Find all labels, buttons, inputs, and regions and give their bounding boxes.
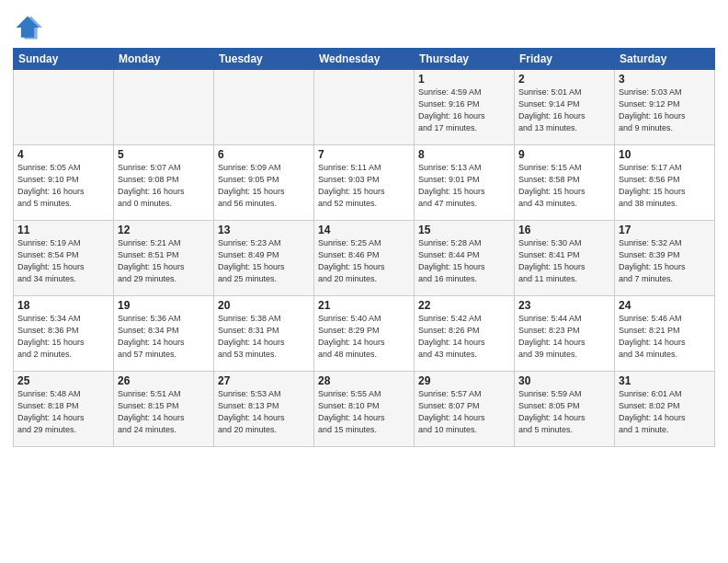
calendar-header-row: SundayMondayTuesdayWednesdayThursdayFrid… [14,49,715,70]
day-info: Sunrise: 5:59 AM Sunset: 8:05 PM Dayligh… [518,388,610,436]
day-cell: 14Sunrise: 5:25 AM Sunset: 8:46 PM Dayli… [314,221,415,296]
day-number: 19 [118,299,210,312]
day-number: 26 [118,374,210,387]
day-info: Sunrise: 5:07 AM Sunset: 9:08 PM Dayligh… [118,162,210,210]
logo [13,13,46,42]
day-number: 16 [518,224,610,236]
day-number: 30 [518,374,610,387]
day-cell: 15Sunrise: 5:28 AM Sunset: 8:44 PM Dayli… [415,221,515,296]
day-cell: 10Sunrise: 5:17 AM Sunset: 8:56 PM Dayli… [615,145,715,221]
day-cell: 11Sunrise: 5:19 AM Sunset: 8:54 PM Dayli… [14,221,114,296]
day-number: 9 [518,148,610,161]
day-info: Sunrise: 5:30 AM Sunset: 8:41 PM Dayligh… [518,237,610,285]
day-info: Sunrise: 5:28 AM Sunset: 8:44 PM Dayligh… [418,237,510,285]
day-number: 28 [318,374,410,387]
col-header-monday: Monday [114,49,214,70]
day-number: 11 [17,224,109,236]
day-number: 2 [518,73,610,86]
day-number: 12 [118,224,210,236]
col-header-wednesday: Wednesday [314,49,415,70]
day-info: Sunrise: 5:48 AM Sunset: 8:18 PM Dayligh… [17,388,109,436]
day-number: 3 [619,73,711,86]
day-number: 29 [418,374,510,387]
day-cell: 28Sunrise: 5:55 AM Sunset: 8:10 PM Dayli… [314,372,415,447]
day-info: Sunrise: 5:05 AM Sunset: 9:10 PM Dayligh… [17,162,109,210]
col-header-saturday: Saturday [615,49,715,70]
day-info: Sunrise: 5:19 AM Sunset: 8:54 PM Dayligh… [17,237,109,285]
day-number: 17 [619,224,711,236]
day-cell: 27Sunrise: 5:53 AM Sunset: 8:13 PM Dayli… [214,372,314,447]
day-info: Sunrise: 5:46 AM Sunset: 8:21 PM Dayligh… [619,313,711,361]
day-info: Sunrise: 5:03 AM Sunset: 9:12 PM Dayligh… [619,86,711,134]
day-number: 18 [17,299,109,312]
day-number: 1 [418,73,510,86]
day-number: 23 [518,299,610,312]
day-info: Sunrise: 5:23 AM Sunset: 8:49 PM Dayligh… [218,237,310,285]
day-info: Sunrise: 5:55 AM Sunset: 8:10 PM Dayligh… [318,388,410,436]
day-info: Sunrise: 5:57 AM Sunset: 8:07 PM Dayligh… [418,388,510,436]
day-cell: 7Sunrise: 5:11 AM Sunset: 9:03 PM Daylig… [314,145,415,221]
day-info: Sunrise: 5:36 AM Sunset: 8:34 PM Dayligh… [118,313,210,361]
day-info: Sunrise: 5:34 AM Sunset: 8:36 PM Dayligh… [17,313,109,361]
day-cell: 30Sunrise: 5:59 AM Sunset: 8:05 PM Dayli… [515,372,615,447]
day-cell: 5Sunrise: 5:07 AM Sunset: 9:08 PM Daylig… [114,145,214,221]
day-cell: 20Sunrise: 5:38 AM Sunset: 8:31 PM Dayli… [214,296,314,372]
day-info: Sunrise: 5:53 AM Sunset: 8:13 PM Dayligh… [218,388,310,436]
day-info: Sunrise: 6:01 AM Sunset: 8:02 PM Dayligh… [619,388,711,436]
day-number: 25 [17,374,109,387]
col-header-friday: Friday [515,49,615,70]
day-cell: 25Sunrise: 5:48 AM Sunset: 8:18 PM Dayli… [14,372,114,447]
day-info: Sunrise: 5:38 AM Sunset: 8:31 PM Dayligh… [218,313,310,361]
week-row-3: 11Sunrise: 5:19 AM Sunset: 8:54 PM Dayli… [14,221,715,296]
day-cell: 24Sunrise: 5:46 AM Sunset: 8:21 PM Dayli… [615,296,715,372]
day-cell [314,70,415,145]
day-cell: 23Sunrise: 5:44 AM Sunset: 8:23 PM Dayli… [515,296,615,372]
day-cell: 3Sunrise: 5:03 AM Sunset: 9:12 PM Daylig… [615,70,715,145]
day-info: Sunrise: 5:25 AM Sunset: 8:46 PM Dayligh… [318,237,410,285]
day-number: 6 [218,148,310,161]
day-info: Sunrise: 5:51 AM Sunset: 8:15 PM Dayligh… [118,388,210,436]
day-number: 20 [218,299,310,312]
week-row-2: 4Sunrise: 5:05 AM Sunset: 9:10 PM Daylig… [14,145,715,221]
page-container: SundayMondayTuesdayWednesdayThursdayFrid… [0,0,728,454]
day-cell: 16Sunrise: 5:30 AM Sunset: 8:41 PM Dayli… [515,221,615,296]
header [13,9,715,42]
day-cell: 6Sunrise: 5:09 AM Sunset: 9:05 PM Daylig… [214,145,314,221]
day-cell [14,70,114,145]
week-row-4: 18Sunrise: 5:34 AM Sunset: 8:36 PM Dayli… [14,296,715,372]
day-info: Sunrise: 5:15 AM Sunset: 8:58 PM Dayligh… [518,162,610,210]
day-number: 7 [318,148,410,161]
day-info: Sunrise: 5:44 AM Sunset: 8:23 PM Dayligh… [518,313,610,361]
day-cell: 13Sunrise: 5:23 AM Sunset: 8:49 PM Dayli… [214,221,314,296]
day-number: 5 [118,148,210,161]
day-cell: 29Sunrise: 5:57 AM Sunset: 8:07 PM Dayli… [415,372,515,447]
day-number: 22 [418,299,510,312]
day-cell [214,70,314,145]
col-header-sunday: Sunday [14,49,114,70]
day-number: 13 [218,224,310,236]
day-number: 10 [619,148,711,161]
day-cell: 17Sunrise: 5:32 AM Sunset: 8:39 PM Dayli… [615,221,715,296]
day-number: 8 [418,148,510,161]
day-number: 21 [318,299,410,312]
day-cell: 21Sunrise: 5:40 AM Sunset: 8:29 PM Dayli… [314,296,415,372]
week-row-5: 25Sunrise: 5:48 AM Sunset: 8:18 PM Dayli… [14,372,715,447]
day-cell: 31Sunrise: 6:01 AM Sunset: 8:02 PM Dayli… [615,372,715,447]
day-cell [114,70,214,145]
day-cell: 1Sunrise: 4:59 AM Sunset: 9:16 PM Daylig… [415,70,515,145]
day-cell: 26Sunrise: 5:51 AM Sunset: 8:15 PM Dayli… [114,372,214,447]
day-cell: 9Sunrise: 5:15 AM Sunset: 8:58 PM Daylig… [515,145,615,221]
day-cell: 22Sunrise: 5:42 AM Sunset: 8:26 PM Dayli… [415,296,515,372]
week-row-1: 1Sunrise: 4:59 AM Sunset: 9:16 PM Daylig… [14,70,715,145]
col-header-thursday: Thursday [415,49,515,70]
day-cell: 4Sunrise: 5:05 AM Sunset: 9:10 PM Daylig… [14,145,114,221]
day-number: 31 [619,374,711,387]
day-number: 24 [619,299,711,312]
day-number: 15 [418,224,510,236]
day-info: Sunrise: 5:09 AM Sunset: 9:05 PM Dayligh… [218,162,310,210]
day-info: Sunrise: 5:21 AM Sunset: 8:51 PM Dayligh… [118,237,210,285]
day-cell: 8Sunrise: 5:13 AM Sunset: 9:01 PM Daylig… [415,145,515,221]
day-cell: 18Sunrise: 5:34 AM Sunset: 8:36 PM Dayli… [14,296,114,372]
calendar-table: SundayMondayTuesdayWednesdayThursdayFrid… [13,48,715,447]
day-info: Sunrise: 5:17 AM Sunset: 8:56 PM Dayligh… [619,162,711,210]
